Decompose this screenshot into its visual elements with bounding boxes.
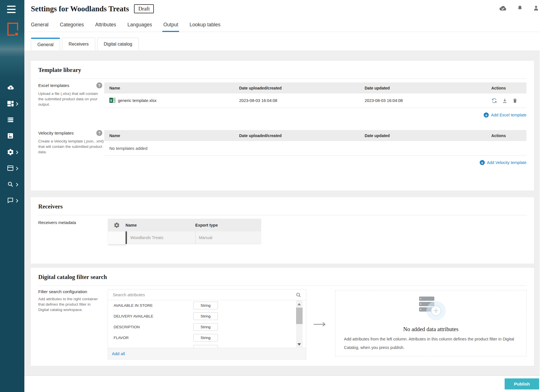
column-header-date-updated: Date updated <box>365 86 491 90</box>
sidebar-item-upload[interactable] <box>0 83 24 92</box>
excel-templates-section: Excel templates ? Upload a file (.xlsx) … <box>38 79 526 122</box>
tab-attributes[interactable]: Attributes <box>95 18 116 32</box>
template-library-card: Template library Excel templates ? Uploa… <box>30 60 534 191</box>
attribute-row[interactable]: DELIVERY AVAILABLE String <box>108 311 306 322</box>
empty-data-icon <box>414 296 448 322</box>
attribute-search-row <box>108 289 306 300</box>
sidebar-item-list[interactable] <box>0 115 24 125</box>
section-title: Digital catalog filter search <box>38 268 526 286</box>
notifications-bell-icon[interactable] <box>517 5 523 13</box>
add-velocity-template-button[interactable]: + Add Velocity template <box>480 160 526 165</box>
attribute-name: AVAILABLE IN STORE <box>114 303 193 308</box>
date-updated-value: 2023-08-03 16:04:08 <box>365 98 491 103</box>
modules-icon <box>7 100 14 108</box>
added-attributes-dropzone: No added data attributes Add attributes … <box>335 290 526 356</box>
list-icon <box>7 116 14 125</box>
filter-search-card: Digital catalog filter search Filter sea… <box>30 267 534 366</box>
list-scrollbar[interactable] <box>296 300 303 348</box>
empty-state-description: Add attributes from the left column. Att… <box>335 335 526 352</box>
cloud-upload-icon <box>7 84 14 93</box>
attribute-row-partial <box>108 343 306 348</box>
action-footer: Publish <box>24 376 544 392</box>
attribute-name: DESCRIPTION <box>114 325 193 329</box>
scroll-up-arrow-icon[interactable] <box>298 303 301 305</box>
subtab-digital-catalog[interactable]: Digital catalog <box>97 38 139 50</box>
download-icon[interactable] <box>502 98 508 104</box>
receivers-card: Receivers Receivers metadata Name Export… <box>30 197 534 264</box>
attribute-list: AVAILABLE IN STORE String DELIVERY AVAIL… <box>108 300 306 348</box>
right-arrow-icon <box>313 322 326 327</box>
attribute-type-button[interactable]: String <box>193 323 218 331</box>
section-title: Receivers <box>38 197 526 215</box>
logo-icon <box>7 23 18 36</box>
subtab-receivers[interactable]: Receivers <box>62 38 95 50</box>
scrollbar-thumb[interactable] <box>296 308 303 324</box>
tab-languages[interactable]: Languages <box>128 18 152 32</box>
attribute-row[interactable]: AVAILABLE IN STORE String <box>108 300 306 311</box>
attribute-type-button[interactable]: String <box>193 302 218 309</box>
tab-output[interactable]: Output <box>163 18 178 32</box>
scroll-down-arrow-icon[interactable] <box>298 343 301 346</box>
sub-tab-bar: General Receivers Digital catalog <box>24 38 544 50</box>
section-title: Template library <box>38 61 526 78</box>
velocity-empty-row: No templates added <box>104 141 526 155</box>
sidebar-item-settings[interactable] <box>0 147 24 157</box>
publish-button[interactable]: Publish <box>505 378 539 389</box>
add-all-link[interactable]: Add all <box>112 351 125 356</box>
plus-circle-icon: + <box>480 160 485 165</box>
user-profile-icon[interactable] <box>533 5 539 13</box>
sidebar-item-planner[interactable] <box>0 163 24 173</box>
menu-icon[interactable] <box>7 6 16 13</box>
attribute-name: DELIVERY AVAILABLE <box>114 314 193 318</box>
receivers-table-header: Name Export type <box>108 219 261 231</box>
svg-text:X: X <box>110 99 112 102</box>
cloud-check-icon[interactable] <box>499 5 507 13</box>
brand-logo <box>7 23 18 37</box>
sidebar-item-media[interactable] <box>0 131 24 141</box>
panel-icon <box>7 165 14 173</box>
search-icon[interactable] <box>296 292 301 299</box>
delete-trash-icon[interactable] <box>512 98 518 104</box>
receivers-table: Name Export type Woodlands Treats Manual <box>108 219 261 244</box>
tab-lookup-tables[interactable]: Lookup tables <box>190 18 220 32</box>
help-icon[interactable]: ? <box>96 82 102 88</box>
attribute-row[interactable]: FLAVOR String <box>108 333 306 343</box>
template-file-name: generic template.xlsx <box>118 98 156 103</box>
receivers-metadata-label: Receivers metadata <box>38 219 108 244</box>
sidebar-item-search[interactable] <box>0 180 24 189</box>
sidebar-item-chat[interactable] <box>0 196 24 205</box>
tab-categories[interactable]: Categories <box>60 18 84 32</box>
sidebar-item-modules[interactable] <box>0 99 24 108</box>
receiver-name: Woodlands Treats <box>126 231 195 244</box>
add-excel-template-button[interactable]: + Add Excel template <box>484 112 526 118</box>
attribute-type-button[interactable]: String <box>193 334 218 342</box>
velocity-templates-label: Velocity templates <box>38 131 74 136</box>
topbar-icons <box>499 5 539 13</box>
status-badge: Draft <box>134 4 154 13</box>
settings-gear-icon[interactable] <box>108 222 126 228</box>
topbar: Settings for Woodlands Treats Draft <box>24 0 544 18</box>
page-title: Settings for Woodlands Treats <box>31 5 129 13</box>
column-header-name: Name <box>104 86 239 90</box>
excel-templates-label: Excel templates <box>38 83 69 88</box>
attribute-type-button[interactable]: String <box>193 312 218 320</box>
replace-template-icon[interactable] <box>491 98 497 104</box>
receiver-row-handle <box>108 231 126 244</box>
velocity-templates-section: Velocity templates ? Create a Velocity t… <box>38 122 526 169</box>
attribute-row[interactable]: DESCRIPTION String <box>108 322 306 333</box>
receiver-row[interactable]: Woodlands Treats Manual <box>108 231 261 244</box>
search-attributes-input[interactable] <box>108 292 306 297</box>
excel-file-icon: X <box>109 97 115 104</box>
content-column: Settings for Woodlands Treats Draft Gene… <box>24 0 544 392</box>
tab-general[interactable]: General <box>31 18 48 32</box>
velocity-table-header: Name Date uploaded/created Date updated … <box>104 130 526 141</box>
subtab-general[interactable]: General <box>31 38 60 50</box>
transfer-arrow <box>306 289 335 359</box>
filter-search-info: Filter search configuration Add attribut… <box>38 289 108 359</box>
help-icon[interactable]: ? <box>96 130 102 136</box>
column-header-name: Name <box>126 223 195 227</box>
main-tab-bar: General Categories Attributes Languages … <box>24 18 544 32</box>
sidebar-nav <box>0 83 24 205</box>
chevron-right-icon <box>16 199 18 204</box>
attribute-name: FLAVOR <box>114 336 193 340</box>
